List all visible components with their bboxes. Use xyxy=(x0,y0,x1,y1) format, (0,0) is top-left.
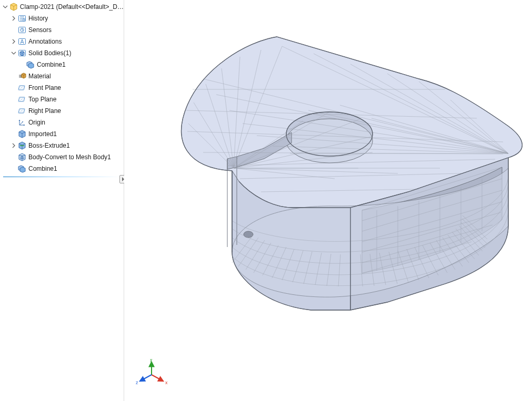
combine-icon xyxy=(26,60,35,69)
expand-icon[interactable] xyxy=(11,142,17,149)
tree-item-solidbodies-3[interactable]: Solid Bodies(1) xyxy=(0,47,124,59)
tree-root-row[interactable]: Clamp-2021 (Default<<Default>_Disp xyxy=(0,1,124,13)
tree-item-imported-10[interactable]: Imported1 xyxy=(0,128,124,140)
tree-item-sensors-1[interactable]: Sensors xyxy=(0,24,124,36)
meshconvert-icon xyxy=(18,153,26,161)
origin-icon xyxy=(18,118,26,127)
history-icon xyxy=(18,14,26,23)
plane-icon xyxy=(18,84,26,92)
expand-icon[interactable] xyxy=(11,73,17,79)
tree-item-meshconvert-12[interactable]: Body-Convert to Mesh Body1 xyxy=(0,151,124,163)
tree-item-label: Imported1 xyxy=(28,130,57,138)
plane-icon xyxy=(18,107,26,115)
tree-item-label: Body-Convert to Mesh Body1 xyxy=(28,153,111,161)
tree-item-label: Right Plane xyxy=(28,107,61,115)
imported-icon xyxy=(18,130,26,138)
tree-end-divider xyxy=(3,177,121,177)
tree-item-material-5[interactable]: Material xyxy=(0,70,124,82)
expand-icon[interactable] xyxy=(11,131,17,137)
tree-item-label: Front Plane xyxy=(28,84,61,91)
expand-icon[interactable] xyxy=(11,108,17,114)
annotations-icon xyxy=(18,37,26,46)
feature-tree-pane[interactable]: Clamp-2021 (Default<<Default>_Disp Histo… xyxy=(0,0,124,401)
axis-x xyxy=(152,375,163,381)
tree-item-label: Annotations xyxy=(28,38,62,45)
tree-root-label: Clamp-2021 (Default<<Default>_Disp xyxy=(20,3,124,11)
tree-item-history-0[interactable]: History xyxy=(0,13,124,24)
axis-y-label: y xyxy=(150,359,153,362)
graphics-viewport[interactable]: x y z xyxy=(124,0,532,401)
material-icon xyxy=(18,72,26,80)
part-icon xyxy=(9,3,18,11)
plane-icon xyxy=(18,95,26,104)
expand-icon[interactable] xyxy=(11,85,17,91)
expand-icon[interactable] xyxy=(11,166,17,172)
tree-item-plane-6[interactable]: Front Plane xyxy=(0,82,124,94)
tree-item-combine-13[interactable]: Combine1 xyxy=(0,163,124,174)
expand-icon[interactable] xyxy=(11,119,17,126)
tree-item-annotations-2[interactable]: Annotations xyxy=(0,36,124,47)
tree-item-label: Material xyxy=(28,73,51,80)
expand-icon[interactable] xyxy=(11,15,17,22)
tree-item-label: Origin xyxy=(28,119,45,126)
axis-z xyxy=(140,375,152,381)
axis-z-label: z xyxy=(136,380,138,385)
expand-icon[interactable] xyxy=(19,61,25,68)
tree-item-extrude-11[interactable]: Boss-Extrude1 xyxy=(0,140,124,151)
tree-item-origin-9[interactable]: Origin xyxy=(0,117,124,128)
expand-icon[interactable] xyxy=(2,4,8,10)
tree-item-label: Solid Bodies(1) xyxy=(28,49,71,57)
model-solid xyxy=(182,37,523,310)
expand-icon[interactable] xyxy=(11,154,17,160)
tree-item-label: Combine1 xyxy=(37,61,66,68)
tree-item-label: Top Plane xyxy=(28,96,56,103)
axis-x-label: x xyxy=(165,380,167,385)
expand-icon[interactable] xyxy=(11,38,17,45)
tree-item-label: History xyxy=(28,15,48,22)
expand-icon[interactable] xyxy=(11,27,17,33)
tree-item-plane-8[interactable]: Right Plane xyxy=(0,105,124,117)
expand-icon[interactable] xyxy=(11,50,17,56)
extrude-icon xyxy=(18,141,26,150)
tree-item-label: Combine1 xyxy=(28,165,57,172)
expand-icon[interactable] xyxy=(11,96,17,102)
tree-item-combine-4[interactable]: Combine1 xyxy=(0,59,124,70)
tree-item-label: Boss-Extrude1 xyxy=(28,142,70,149)
tree-item-label: Sensors xyxy=(28,26,52,34)
model-canvas[interactable] xyxy=(124,0,532,401)
orientation-triad[interactable]: x y z xyxy=(136,359,167,390)
tree-item-plane-7[interactable]: Top Plane xyxy=(0,94,124,105)
app-root: Clamp-2021 (Default<<Default>_Disp Histo… xyxy=(0,0,532,401)
combine-icon xyxy=(18,164,26,173)
sensors-icon xyxy=(18,26,26,34)
solidbodies-icon xyxy=(18,49,26,57)
